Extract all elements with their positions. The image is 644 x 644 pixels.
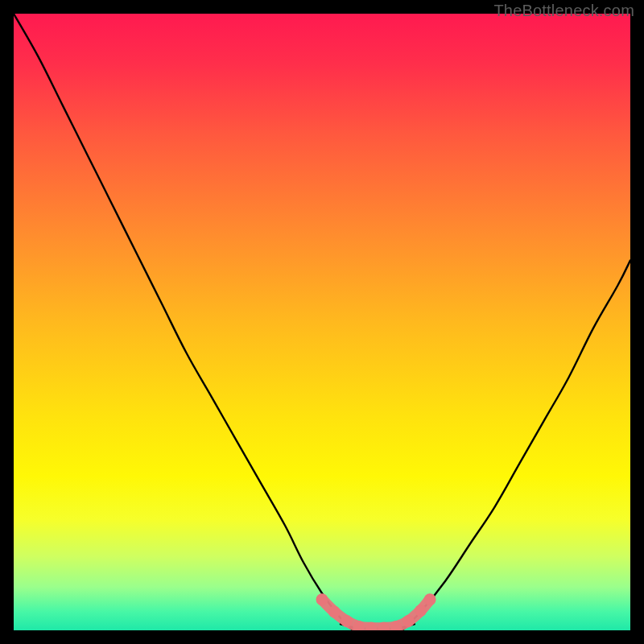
highlight-dot [316, 593, 328, 605]
chart-frame: TheBottleneck.com [0, 0, 644, 644]
watermark-text: TheBottleneck.com [493, 2, 634, 20]
highlight-dot [402, 615, 415, 627]
highlight-dot [341, 615, 353, 627]
chart-svg [14, 14, 630, 630]
plot-area [14, 14, 630, 630]
highlight-dot [415, 605, 427, 617]
gradient-background [14, 14, 630, 630]
highlight-dot [328, 606, 341, 618]
highlight-dot [424, 593, 436, 605]
